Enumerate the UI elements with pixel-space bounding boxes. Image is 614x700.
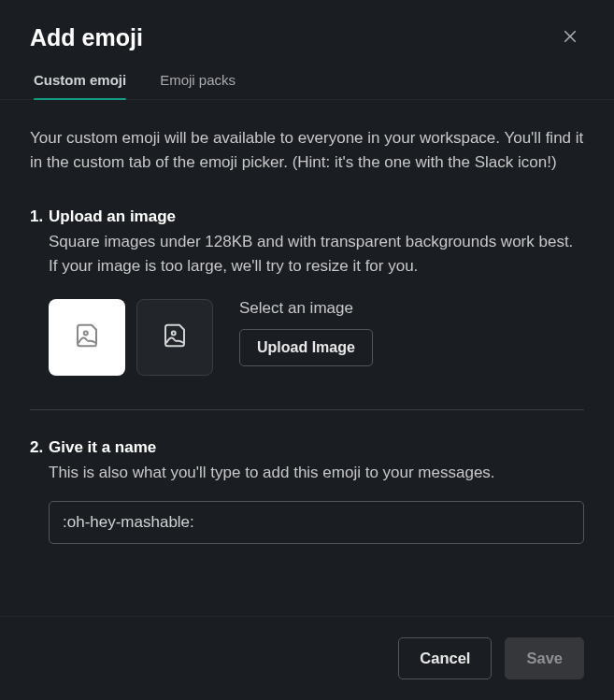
image-placeholder-icon bbox=[161, 321, 189, 353]
svg-point-2 bbox=[84, 332, 88, 336]
step-desc-upload: Square images under 128KB and with trans… bbox=[49, 230, 584, 279]
close-button[interactable] bbox=[556, 22, 584, 53]
emoji-preview-dark bbox=[136, 299, 213, 376]
upload-controls: Select an image Upload Image bbox=[239, 299, 373, 366]
add-emoji-modal: Add emoji Custom emoji Emoji packs Your … bbox=[0, 0, 614, 700]
select-image-label: Select an image bbox=[239, 299, 373, 318]
description-text: Your custom emoji will be available to e… bbox=[30, 126, 584, 176]
divider bbox=[30, 409, 584, 410]
tab-emoji-packs[interactable]: Emoji packs bbox=[160, 72, 236, 99]
step-number-2: 2. bbox=[30, 438, 49, 457]
save-button[interactable]: Save bbox=[505, 637, 584, 679]
modal-footer: Cancel Save bbox=[0, 616, 614, 700]
step-desc-name: This is also what you'll type to add thi… bbox=[49, 461, 584, 485]
upload-image-button[interactable]: Upload Image bbox=[239, 329, 373, 366]
emoji-preview-light bbox=[49, 299, 125, 376]
step-upload: 1. Upload an image Square images under 1… bbox=[30, 207, 584, 403]
emoji-name-input[interactable] bbox=[49, 501, 584, 544]
upload-area: Select an image Upload Image bbox=[49, 299, 584, 402]
image-placeholder-icon bbox=[73, 321, 101, 353]
modal-title: Add emoji bbox=[30, 24, 143, 51]
tab-custom-emoji[interactable]: Custom emoji bbox=[34, 72, 126, 99]
step-name: 2. Give it a name This is also what you'… bbox=[30, 438, 584, 543]
close-icon bbox=[562, 28, 578, 48]
svg-point-3 bbox=[172, 332, 176, 336]
modal-header: Add emoji bbox=[0, 0, 614, 53]
step-title-upload: Upload an image bbox=[49, 207, 176, 226]
modal-content: Your custom emoji will be available to e… bbox=[0, 100, 614, 616]
step-title-name: Give it a name bbox=[49, 438, 156, 457]
tab-bar: Custom emoji Emoji packs bbox=[0, 53, 614, 100]
cancel-button[interactable]: Cancel bbox=[398, 637, 492, 679]
step-number-1: 1. bbox=[30, 207, 49, 226]
